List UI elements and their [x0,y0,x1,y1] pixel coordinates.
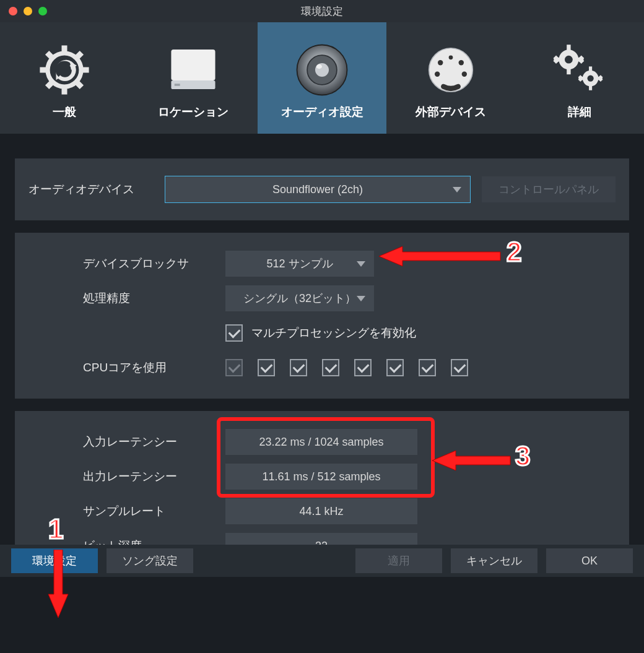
input-latency-label: 入力レーテンシー [83,434,219,450]
svg-line-6 [76,82,82,87]
multiproc-label: マルチプロセッシングを有効化 [251,325,416,341]
precision-select[interactable]: シングル（32ビット） [225,285,374,311]
audio-device-label: オーディオデバイス [28,181,165,197]
titlebar: 環境設定 [0,0,644,22]
footer-bar: 環境設定 ソング設定 適用 キャンセル OK [0,545,644,577]
tab-audio-label: オーディオ設定 [281,104,363,120]
svg-rect-13 [175,84,180,86]
speaker-icon [294,36,350,104]
tab-audio[interactable]: オーディオ設定 [258,22,386,134]
svg-point-18 [429,48,473,92]
svg-point-23 [462,72,467,77]
block-size-label: デバイスブロックサ [83,256,219,272]
cpu-core-checkbox-5[interactable] [354,359,372,376]
svg-point-20 [438,60,443,65]
ok-button[interactable]: OK [546,548,633,573]
svg-line-7 [76,53,82,58]
chevron-down-icon [453,187,461,192]
midi-icon [425,36,477,104]
tab-general-label: 一般 [53,104,76,120]
svg-rect-37 [589,85,592,90]
tab-advanced-label: 詳細 [568,104,591,120]
tab-location[interactable]: ロケーション [129,22,258,134]
cpu-core-checkbox-8[interactable] [451,359,468,376]
output-latency-value: 11.61 ms / 512 samples [225,464,417,490]
sample-rate-value: 44.1 kHz [225,498,417,524]
svg-rect-27 [567,69,570,75]
sample-rate-label: サンプルレート [83,503,219,519]
output-latency-label: 出力レーテンシー [83,469,219,485]
gear-icon [37,36,92,104]
tab-external-label: 外部デバイス [416,104,486,120]
control-panel-button[interactable]: コントロールパネル [482,176,616,202]
block-size-select[interactable]: 512 サンプル [225,251,374,277]
audio-device-select[interactable]: Soundflower (2ch) [165,176,471,203]
panel-audio-device: オーディオデバイス Soundflower (2ch) コントロールパネル [15,158,629,220]
tab-advanced[interactable]: 詳細 [515,22,644,134]
apply-button[interactable]: 適用 [355,548,442,573]
pref-toolbar: 一般 ロケーション [0,22,644,134]
window-title: 環境設定 [0,4,644,19]
tab-location-label: ロケーション [158,104,228,120]
cpu-core-checkbox-4[interactable] [322,359,339,376]
cpu-core-checkbox-6[interactable] [386,359,404,376]
svg-line-5 [47,53,53,58]
svg-line-8 [47,82,53,87]
audio-device-value: Soundflower (2ch) [272,183,363,196]
tab-external[interactable]: 外部デバイス [386,22,515,134]
tab-general[interactable]: 一般 [0,22,129,134]
svg-rect-26 [567,45,570,51]
precision-label: 処理精度 [83,290,219,306]
cpu-cores-label: CPUコアを使用 [83,360,219,376]
svg-point-35 [587,75,593,81]
precision-value: シングル（32ビット） [243,291,356,306]
content-area: オーディオデバイス Soundflower (2ch) コントロールパネル デバ… [0,134,644,577]
cpu-core-checkbox-3[interactable] [290,359,307,376]
chevron-down-icon [357,261,365,267]
cpu-core-checkbox-1[interactable] [225,359,243,376]
cancel-button[interactable]: キャンセル [451,548,537,573]
gears-icon [550,36,609,104]
panel-processing: デバイスブロックサ 512 サンプル 処理精度 シングル（32ビット） マルチプ… [15,233,629,399]
cpu-core-checkbox-2[interactable] [258,359,275,376]
svg-point-25 [565,56,573,64]
multiproc-checkbox[interactable] [225,324,243,342]
footer-tab-prefs[interactable]: 環境設定 [11,548,98,573]
svg-point-17 [316,64,322,69]
svg-rect-36 [589,66,592,71]
cpu-core-checkbox-7[interactable] [419,359,436,376]
svg-rect-11 [171,50,215,80]
footer-tab-song[interactable]: ソング設定 [107,548,193,573]
chevron-down-icon [357,296,365,301]
drive-icon [165,36,221,104]
control-panel-label: コントロールパネル [498,182,599,197]
block-size-value: 512 サンプル [266,256,333,271]
input-latency-value: 23.22 ms / 1024 samples [225,429,417,455]
svg-point-19 [449,55,453,59]
svg-point-21 [459,60,464,65]
svg-point-22 [435,72,440,77]
